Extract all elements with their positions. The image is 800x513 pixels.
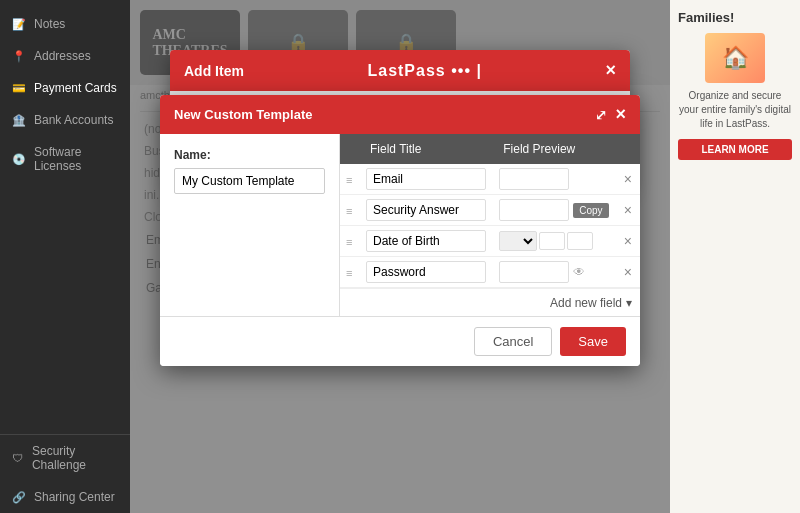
table-row: ≡ 👁 × [340, 257, 640, 288]
notes-icon: 📝 [12, 17, 26, 31]
copy-button-2[interactable]: Copy [573, 203, 608, 218]
sidebar: 📝 Notes 📍 Addresses 💳 Payment Cards 🏦 Ba… [0, 0, 130, 513]
header-icons: ⤢ × [595, 104, 626, 125]
preview-input-4[interactable] [499, 261, 569, 283]
new-custom-template-title: New Custom Template [174, 107, 312, 122]
drag-handle-2[interactable]: ≡ [346, 205, 352, 217]
drag-handle-3[interactable]: ≡ [346, 236, 352, 248]
modal-footer: Cancel Save [160, 316, 640, 366]
add-field-label: Add new field [550, 296, 622, 310]
main-area: AMCTHEATRES 🔒 🔒 amctheatres... (none) Bu… [130, 0, 670, 513]
right-panel: Families! 🏠 Organize and secure your ent… [670, 0, 800, 513]
template-name-input[interactable] [174, 168, 325, 194]
software-licenses-icon: 💿 [12, 152, 26, 166]
cancel-button[interactable]: Cancel [474, 327, 552, 356]
field-title-3[interactable] [366, 230, 486, 252]
add-field-row: Add new field ▾ [340, 288, 640, 316]
delete-row-4[interactable]: × [622, 265, 634, 279]
payment-cards-icon: 💳 [12, 81, 26, 95]
families-title: Families! [678, 10, 792, 25]
field-table-section: Field Title Field Preview ≡ [340, 134, 640, 316]
table-row: ≡ × [340, 164, 640, 195]
date-day-3[interactable] [539, 232, 565, 250]
col-field-title: Field Title [360, 134, 493, 164]
col-drag [340, 134, 360, 164]
field-table: Field Title Field Preview ≡ [340, 134, 640, 288]
sidebar-item-bank-accounts[interactable]: 🏦 Bank Accounts [0, 104, 130, 136]
preview-cell-3 [499, 231, 610, 251]
modal-inner-body: Name: Field Title Field Preview [160, 134, 640, 316]
new-custom-template-modal: New Custom Template ⤢ × Name: Field Titl… [160, 95, 640, 366]
preview-cell-4: 👁 [499, 261, 610, 283]
sidebar-item-sharing-center[interactable]: 🔗 Sharing Center [0, 481, 130, 513]
field-title-2[interactable] [366, 199, 486, 221]
sharing-center-icon: 🔗 [12, 490, 26, 504]
field-title-4[interactable] [366, 261, 486, 283]
add-item-title: Add Item [184, 63, 244, 79]
col-field-preview: Field Preview [493, 134, 616, 164]
delete-row-1[interactable]: × [622, 172, 634, 186]
close-icon[interactable]: × [615, 104, 626, 125]
save-button[interactable]: Save [560, 327, 626, 356]
learn-more-button[interactable]: LEARN MORE [678, 139, 792, 160]
table-row: ≡ Copy × [340, 195, 640, 226]
date-select-3[interactable] [499, 231, 537, 251]
preview-cell-1 [499, 168, 610, 190]
preview-input-2[interactable] [499, 199, 569, 221]
add-item-header: Add Item LastPass ••• | × [170, 50, 630, 91]
add-new-field-button[interactable]: Add new field ▾ [550, 296, 632, 310]
sidebar-item-addresses[interactable]: 📍 Addresses [0, 40, 130, 72]
template-name-section: Name: [160, 134, 340, 316]
sidebar-item-payment-cards[interactable]: 💳 Payment Cards [0, 72, 130, 104]
drag-handle-1[interactable]: ≡ [346, 174, 352, 186]
delete-row-3[interactable]: × [622, 234, 634, 248]
password-eye-icon[interactable]: 👁 [573, 265, 585, 279]
add-field-chevron: ▾ [626, 296, 632, 310]
bank-accounts-icon: 🏦 [12, 113, 26, 127]
add-item-close-icon[interactable]: × [605, 60, 616, 81]
new-custom-template-header: New Custom Template ⤢ × [160, 95, 640, 134]
col-delete [616, 134, 640, 164]
field-title-1[interactable] [366, 168, 486, 190]
delete-row-2[interactable]: × [622, 203, 634, 217]
families-image: 🏠 [705, 33, 765, 83]
addresses-icon: 📍 [12, 49, 26, 63]
lastpass-title: LastPass ••• | [244, 62, 606, 80]
security-challenge-icon: 🛡 [12, 451, 24, 465]
preview-cell-2: Copy [499, 199, 610, 221]
preview-input-1[interactable] [499, 168, 569, 190]
sidebar-item-notes[interactable]: 📝 Notes [0, 8, 130, 40]
name-label: Name: [174, 148, 325, 162]
date-year-3[interactable] [567, 232, 593, 250]
families-description: Organize and secure your entire family's… [678, 89, 792, 131]
sidebar-item-software-licenses[interactable]: 💿 Software Licenses [0, 136, 130, 182]
table-row: ≡ × [340, 226, 640, 257]
sidebar-item-security-challenge[interactable]: 🛡 Security Challenge [0, 435, 130, 481]
expand-icon[interactable]: ⤢ [595, 107, 607, 123]
drag-handle-4[interactable]: ≡ [346, 267, 352, 279]
